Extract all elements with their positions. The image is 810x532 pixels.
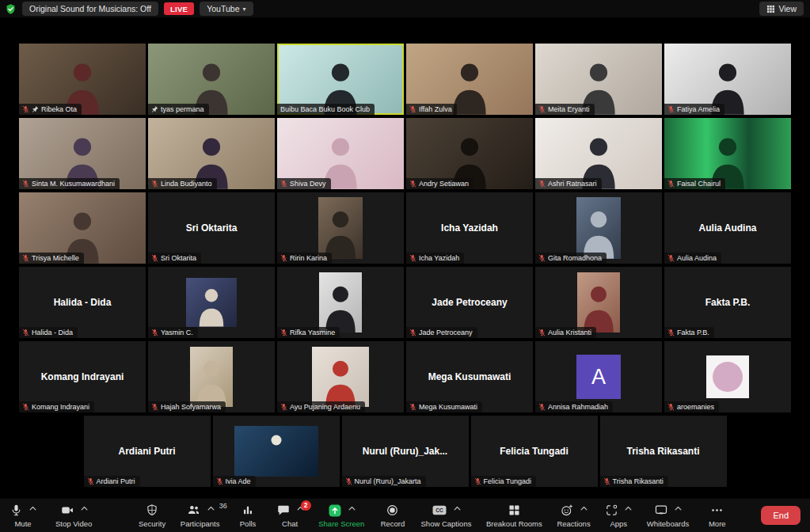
participant-name-label: Sinta M. Kusumawardhani — [32, 180, 115, 188]
participant-name-label: Mega Kusumawati — [419, 403, 477, 411]
pin-icon — [32, 105, 39, 113]
participant-tile[interactable]: Mega KusumawatiMega Kusumawati — [406, 341, 533, 412]
participant-tile[interactable]: Fakta P.B.Fakta P.B. — [664, 267, 791, 338]
participants-button[interactable]: 36Participants — [181, 504, 220, 528]
original-sound-button[interactable]: Original Sound for Musicians: Off — [22, 2, 158, 16]
participant-name-label: Aulia Audina — [677, 254, 717, 262]
chat-unread-badge: 2 — [301, 500, 311, 511]
chevron-up-icon[interactable] — [447, 504, 461, 511]
muted-mic-icon — [22, 180, 29, 188]
participant-tile[interactable]: Meita Eryanti — [535, 44, 662, 115]
tool-label: More — [709, 519, 726, 528]
participant-tile[interactable]: Jade PetroceanyJade Petroceany — [406, 267, 533, 338]
more-button[interactable]: More — [704, 504, 731, 528]
cc-icon: CC — [432, 504, 447, 517]
chevron-up-icon[interactable] — [668, 504, 682, 511]
participant-name-tag: Halida - Dida — [19, 327, 78, 338]
muted-mic-icon — [667, 105, 675, 113]
participant-name-label: Fakta P.B. — [677, 329, 709, 336]
participant-tile[interactable]: Faisal Chairul — [664, 118, 791, 189]
chevron-up-icon[interactable] — [23, 504, 36, 511]
participant-name-tag: Mega Kusumawati — [406, 401, 482, 412]
polls-button[interactable]: Polls — [234, 504, 261, 528]
participant-tile[interactable]: Sri OktaritaSri Oktarita — [148, 192, 275, 264]
record-button[interactable]: Record — [379, 504, 406, 528]
participant-name-tag: Buibu Baca Buku Book Club — [277, 104, 375, 115]
chevron-up-icon[interactable] — [342, 504, 356, 511]
participant-name-label: Rifka Yasmine — [290, 329, 335, 336]
video-thumbnail — [186, 278, 237, 327]
participant-tile[interactable]: Linda Budiyanto — [148, 118, 275, 189]
tool-label: Whiteboards — [647, 519, 689, 528]
participant-tile[interactable]: tyas permana — [148, 44, 275, 115]
participant-tile[interactable]: Trisha RikasantiTrisha Rikasanti — [600, 416, 727, 487]
chat-icon — [276, 504, 291, 517]
youtube-stream-button[interactable]: YouTube ▾ — [200, 2, 253, 16]
participant-tile[interactable]: Ririn Karina — [277, 192, 404, 264]
video-thumbnail — [319, 272, 362, 332]
participant-tile[interactable]: Ivia Ade — [213, 416, 340, 487]
chevron-up-icon[interactable] — [201, 504, 215, 511]
end-meeting-button[interactable]: End — [761, 506, 800, 525]
security-button[interactable]: Security — [139, 504, 165, 528]
view-button[interactable]: View — [759, 2, 804, 16]
participant-tile[interactable]: Trisya Michelle — [19, 192, 146, 264]
tool-label: Polls — [240, 519, 257, 528]
participant-name-tag: Jade Petroceany — [406, 327, 477, 338]
chevron-up-icon[interactable] — [618, 504, 632, 511]
reactions-button[interactable]: Reactions — [557, 504, 590, 528]
chevron-up-icon[interactable] — [574, 504, 588, 511]
participant-tile[interactable]: Icha YazidahIcha Yazidah — [406, 192, 533, 264]
participant-tile[interactable]: Ardiani PutriArdiani Putri — [84, 416, 211, 487]
participant-tile[interactable]: Yasmin C. — [148, 267, 275, 338]
participant-name-tag: Aulia Audina — [664, 253, 721, 264]
participant-tile[interactable]: Ayu Pujaning Ardaenu — [277, 341, 404, 412]
participant-name-tag: Nurul (Ruru)_Jakarta — [342, 476, 426, 487]
participant-name-label: Yasmin C. — [161, 329, 193, 336]
participant-tile[interactable]: Halida - DidaHalida - Dida — [19, 267, 146, 338]
show-captions-button[interactable]: CCShow Captions — [421, 504, 472, 528]
video-thumbnail — [190, 347, 233, 407]
chat-button[interactable]: 2Chat — [276, 504, 304, 528]
participant-tile[interactable]: Felicia TungadiFelicia Tungadi — [471, 416, 598, 487]
participant-tile[interactable]: Ashri Ratnasari — [535, 118, 662, 189]
muted-mic-icon — [409, 403, 416, 411]
tool-label: Chat — [282, 519, 298, 528]
participant-tile[interactable]: Komang IndrayaniKomang Indrayani — [19, 341, 146, 412]
participant-tile[interactable]: Sinta M. Kusumawardhani — [19, 118, 146, 189]
participant-tile[interactable]: Shiva Devy — [277, 118, 404, 189]
mic-icon — [10, 504, 23, 517]
participant-tile[interactable]: AAnnisa Rahmadiah — [535, 341, 662, 412]
chevron-down-icon: ▾ — [242, 6, 245, 13]
stop-video-button[interactable]: Stop Video — [55, 504, 92, 528]
participant-tile[interactable]: Andry Setiawan — [406, 118, 533, 189]
participant-tile[interactable]: Buibu Baca Buku Book Club — [277, 44, 404, 115]
breakout-rooms-button[interactable]: Breakout Rooms — [486, 504, 542, 528]
participant-tile[interactable]: Rifka Yasmine — [277, 267, 404, 338]
breakout-icon — [508, 504, 521, 517]
participant-tile[interactable]: Ribeka Ota — [19, 44, 146, 115]
share-screen-button[interactable]: Share Screen — [318, 504, 364, 528]
participant-tile[interactable]: Nurul (Ruru)_Jak...Nurul (Ruru)_Jakarta — [342, 416, 469, 487]
chevron-up-icon[interactable] — [74, 504, 88, 511]
participant-tile[interactable]: Fatiya Amelia — [664, 44, 791, 115]
participant-tile[interactable]: Gita Romadhona — [535, 192, 662, 264]
participant-tile[interactable]: aroemanies — [664, 341, 791, 412]
participant-name-tag: Sri Oktarita — [148, 253, 201, 264]
whiteboards-button[interactable]: Whiteboards — [647, 504, 689, 528]
participant-tile[interactable]: Aulia Kristanti — [535, 267, 662, 338]
participant-tile[interactable]: Iffah Zulva — [406, 44, 533, 115]
muted-mic-icon — [151, 180, 158, 188]
people-icon — [186, 504, 201, 517]
participant-name-tag: Ribeka Ota — [19, 104, 82, 115]
participant-name-tag: Gita Romadhona — [535, 253, 607, 264]
muted-mic-icon — [474, 477, 481, 485]
muted-mic-icon — [280, 403, 287, 411]
mute-button[interactable]: Mute — [10, 504, 36, 528]
participant-name-tag: Faisal Chairul — [664, 178, 725, 189]
participant-tile[interactable]: Aulia AudinaAulia Audina — [664, 192, 791, 264]
apps-button[interactable]: Apps — [605, 504, 632, 528]
participant-name-tag: Ashri Ratnasari — [535, 178, 602, 189]
participant-name-tag: Ayu Pujaning Ardaenu — [277, 401, 365, 412]
participant-tile[interactable]: Hajah Sofyamarwa — [148, 341, 275, 412]
